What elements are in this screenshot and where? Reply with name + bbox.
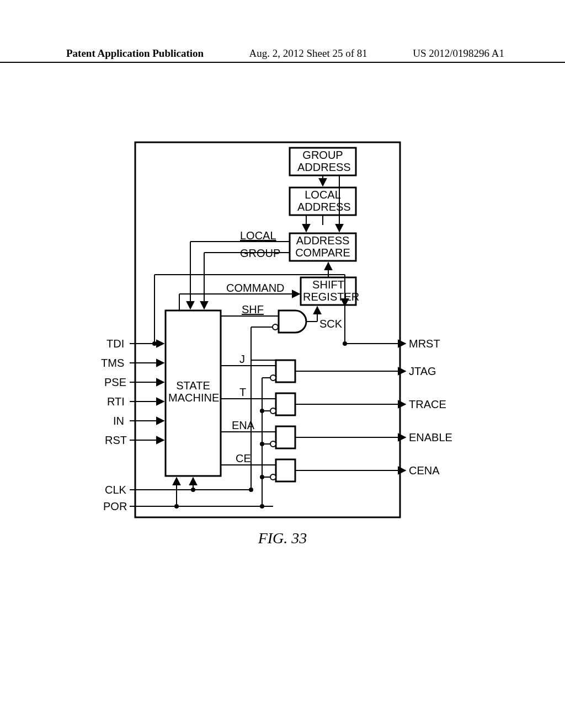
svg-rect-53 bbox=[276, 426, 295, 448]
output-enable: ENABLE bbox=[409, 431, 452, 444]
figure-caption: FIG. 33 bbox=[0, 529, 565, 547]
signal-sck: SCK bbox=[319, 318, 342, 330]
svg-point-54 bbox=[270, 441, 276, 447]
svg-rect-57 bbox=[276, 459, 295, 481]
svg-point-46 bbox=[270, 375, 276, 381]
svg-point-18 bbox=[273, 324, 278, 330]
output-jtag: JTAG bbox=[409, 365, 436, 378]
block-address-compare: ADDRESS COMPARE bbox=[292, 234, 354, 259]
input-tdi: TDI bbox=[106, 338, 124, 350]
input-in: IN bbox=[113, 415, 124, 427]
svg-rect-49 bbox=[276, 393, 295, 415]
block-group-address: GROUP ADDRESS bbox=[297, 149, 348, 173]
svg-point-70 bbox=[260, 504, 264, 508]
input-clk: CLK bbox=[105, 484, 126, 496]
signal-ena: ENA bbox=[232, 419, 254, 432]
header-sheet: Aug. 2, 2012 Sheet 25 of 81 bbox=[249, 47, 367, 60]
signal-t: T bbox=[239, 386, 246, 399]
block-local-address: LOCAL ADDRESS bbox=[297, 189, 348, 213]
input-pse: PSE bbox=[104, 376, 126, 389]
signal-group: GROUP bbox=[240, 247, 280, 260]
input-rst: RST bbox=[105, 434, 127, 447]
svg-point-41 bbox=[191, 488, 195, 492]
header-docnum: US 2012/0198296 A1 bbox=[413, 47, 504, 60]
block-shift-register: SHIFT REGISTER bbox=[303, 279, 354, 303]
svg-point-27 bbox=[152, 341, 157, 346]
svg-point-44 bbox=[174, 504, 179, 508]
signal-command: COMMAND bbox=[226, 282, 285, 295]
svg-point-66 bbox=[260, 409, 264, 413]
svg-point-32 bbox=[343, 341, 347, 346]
svg-point-67 bbox=[260, 442, 264, 446]
svg-point-58 bbox=[270, 474, 276, 480]
svg-point-68 bbox=[260, 475, 264, 479]
signal-ce: CE bbox=[236, 452, 251, 465]
circuit-diagram: GROUP ADDRESS LOCAL ADDRESS ADDRESS COMP… bbox=[108, 137, 417, 523]
header-publication: Patent Application Publication bbox=[66, 47, 204, 60]
output-trace: TRACE bbox=[409, 398, 446, 411]
signal-j: J bbox=[239, 353, 245, 366]
svg-point-50 bbox=[270, 408, 276, 414]
input-tms: TMS bbox=[101, 357, 124, 370]
signal-local: LOCAL bbox=[240, 229, 276, 242]
input-por: POR bbox=[103, 500, 127, 513]
output-cena: CENA bbox=[409, 464, 440, 477]
svg-rect-45 bbox=[276, 360, 295, 382]
svg-rect-0 bbox=[135, 142, 400, 517]
signal-shf: SHF bbox=[242, 303, 264, 316]
output-mrst: MRST bbox=[409, 338, 440, 350]
block-state-machine: STATE MACHINE bbox=[168, 379, 218, 404]
input-rti: RTI bbox=[107, 395, 125, 408]
